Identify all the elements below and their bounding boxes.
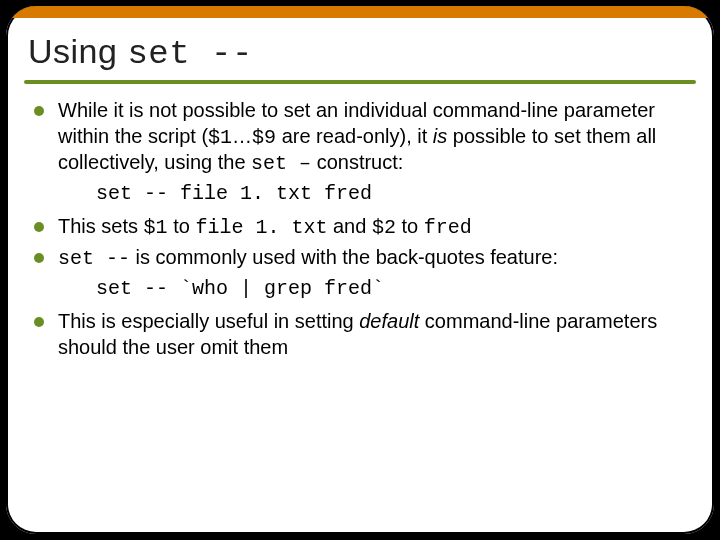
bullet-3-mono-1: set -- [58,247,130,270]
content-area: While it is not possible to set an indiv… [32,98,688,512]
bullet-2: This sets $1 to file 1. txt and $2 to fr… [32,214,688,241]
bullet-2-text-3: and [327,215,371,237]
bullet-1-text-2: … [232,125,252,147]
slide-title: Using set -- [28,32,692,73]
bullet-2-mono-3: $2 [372,216,396,239]
accent-strip [6,6,714,18]
bullet-4: This is especially useful in setting def… [32,309,688,360]
bullet-4-text-1: This is especially useful in setting [58,310,359,332]
bullet-1-mono-3: set – [251,152,311,175]
code-sample-2: set -- `who | grep fred` [96,276,688,302]
bullet-3-text-1: is commonly used with the back-quotes fe… [130,246,558,268]
bullet-4-default: default [359,310,419,332]
bullet-1: While it is not possible to set an indiv… [32,98,688,177]
bullet-list: While it is not possible to set an indiv… [32,98,688,177]
bullet-2-text-4: to [396,215,424,237]
bullet-list-2: This sets $1 to file 1. txt and $2 to fr… [32,214,688,271]
bullet-2-mono-2: file 1. txt [195,216,327,239]
bullet-3: set -- is commonly used with the back-qu… [32,245,688,272]
slide: Using set -- While it is not possible to… [6,6,714,534]
bullet-1-text-5: construct: [311,151,403,173]
title-mono: set -- [127,35,252,73]
title-prefix: Using [28,32,127,70]
bullet-1-mono-1: $1 [208,126,232,149]
bullet-1-is: is [433,125,447,147]
title-divider [24,80,696,84]
title-area: Using set -- [6,18,714,81]
bullet-2-text-2: to [168,215,196,237]
bullet-1-mono-2: $9 [252,126,276,149]
bullet-2-mono-4: fred [424,216,472,239]
bullet-2-mono-1: $1 [144,216,168,239]
bullet-list-3: This is especially useful in setting def… [32,309,688,360]
code-sample-1: set -- file 1. txt fred [96,181,688,207]
bullet-1-text-3: are read-only), it [276,125,433,147]
bullet-2-text-1: This sets [58,215,144,237]
